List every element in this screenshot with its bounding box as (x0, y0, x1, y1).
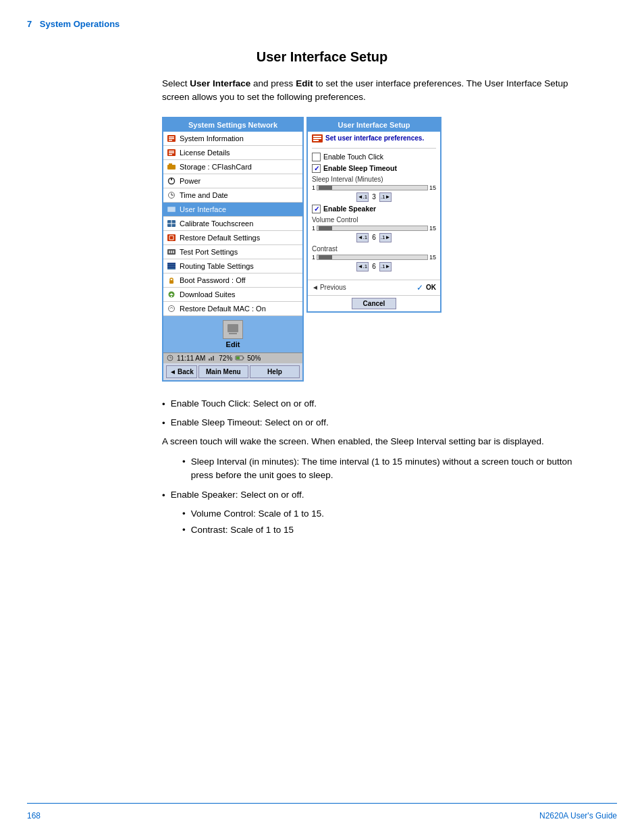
speaker-bullet-list: • Enable Speaker: Select on or off. (162, 488, 590, 503)
enable-sleep-row[interactable]: Enable Sleep Timeout (312, 164, 436, 173)
volume-value: 6 (370, 234, 378, 241)
contrast-slider-row: 1 15 (312, 254, 436, 261)
bullet-touch: • Enable Touch Click: Select on or off. (162, 396, 590, 412)
enable-speaker-row[interactable]: Enable Speaker (312, 205, 436, 213)
back-label: Back (178, 368, 194, 375)
edit-label[interactable]: Edit (226, 340, 240, 348)
con-dec-button[interactable]: ◄.1 (356, 262, 369, 271)
bullet-dot: • (182, 507, 186, 521)
back-button[interactable]: ◄ Back (166, 365, 197, 378)
cancel-label: Cancel (363, 300, 385, 307)
svg-rect-24 (173, 251, 174, 253)
svg-rect-39 (209, 359, 210, 361)
power-icon (166, 176, 177, 186)
left-panel-bottom: Edit (163, 316, 302, 353)
svg-rect-29 (169, 280, 173, 284)
bullet-speaker: • Enable Speaker: Select on or off. (162, 488, 590, 503)
menu-item-test-port[interactable]: Test Port Settings (163, 245, 302, 259)
menu-item-restore-mac[interactable]: Restore Default MAC : On (163, 302, 302, 316)
edit-icon-box[interactable] (223, 320, 243, 339)
menu-label: Restore Default Settings (180, 234, 260, 242)
help-button[interactable]: Help (250, 365, 300, 378)
touch-checkbox[interactable] (312, 153, 321, 161)
calibrate-icon (166, 219, 177, 228)
vol-dec-button[interactable]: ◄.1 (356, 233, 369, 242)
sleep-para: A screen touch will wake the screen. Whe… (162, 435, 590, 448)
contrast-slider-controls: ◄.1 6 .1► (312, 262, 436, 271)
svg-rect-6 (169, 152, 174, 153)
right-panel-body: Set user interface preferences. Enable T… (308, 132, 440, 277)
page-footer: 168 N2620A User's Guide (0, 811, 644, 820)
sleep-dec-button[interactable]: ◄.1 (356, 192, 369, 202)
sleep-label: Enable Sleep Timeout (323, 164, 397, 172)
main-bullet-list: • Enable Touch Click: Select on or off. … (162, 396, 590, 431)
desc-icon (312, 134, 323, 145)
menu-label: User Interface (180, 205, 226, 213)
menu-item-boot-password[interactable]: Boot Password : Off (163, 273, 302, 288)
vol-max: 15 (429, 225, 436, 232)
bullet-dot: • (162, 488, 165, 503)
battery-icon (235, 355, 244, 361)
clock-icon (166, 190, 177, 200)
menu-item-time[interactable]: Time and Date (163, 188, 302, 203)
cancel-row: Cancel (308, 295, 440, 311)
previous-button[interactable]: ◄ Previous (312, 284, 346, 291)
prev-label: Previous (320, 284, 346, 291)
menu-label: Storage : CFIashCard (180, 163, 252, 171)
main-menu-button[interactable]: Main Menu (198, 365, 248, 378)
sub-bullet-volume: • Volume Control: Scale of 1 to 15. (182, 507, 590, 521)
menu-item-system-information[interactable]: System Information (163, 132, 302, 146)
sub-bullet-sleep-interval: • Sleep Interval (in minutes): The time … (182, 455, 590, 483)
menu-item-license[interactable]: License Details (163, 146, 302, 160)
sleep-sub-list: • Sleep Interval (in minutes): The time … (182, 455, 590, 483)
bullet-dot: • (162, 416, 165, 431)
sleep-slider-controls: ◄.1 3 .1► (312, 192, 436, 202)
contrast-slider-track[interactable] (317, 255, 428, 260)
volume-slider-track[interactable] (317, 226, 428, 231)
contrast-label: Contrast (312, 245, 436, 253)
menu-item-power[interactable]: Power (163, 174, 302, 188)
svg-rect-44 (236, 357, 240, 359)
menu-item-user-interface[interactable]: User Interface (163, 203, 302, 217)
menu-item-download[interactable]: Download Suites (163, 288, 302, 302)
svg-rect-32 (171, 296, 172, 297)
status-time: 11:11 AM (177, 355, 205, 362)
vol-min: 1 (312, 225, 315, 232)
left-panel-header: System Settings Network (163, 118, 302, 132)
left-panel: System Settings Network System Informati… (162, 117, 304, 382)
desc-text: Set user interface preferences. (325, 134, 424, 142)
cancel-button[interactable]: Cancel (352, 298, 397, 309)
svg-rect-43 (243, 357, 244, 359)
menu-item-restore-default[interactable]: Restore Default Settings (163, 231, 302, 245)
svg-rect-40 (211, 357, 212, 361)
enable-touch-row[interactable]: Enable Touch Click (312, 153, 436, 161)
menu-label: License Details (180, 149, 230, 157)
con-inc-button[interactable]: .1► (379, 262, 392, 271)
intro-text: Select User Interface and press Edit to … (162, 77, 590, 105)
sleep-slider-track[interactable] (317, 185, 428, 190)
speaker-checkbox[interactable] (312, 205, 321, 213)
speaker-label: Enable Speaker (323, 205, 376, 213)
power-pct: 50% (247, 355, 261, 362)
menu-label: Download Suites (180, 290, 236, 298)
volume-slider-row: 1 15 (312, 225, 436, 232)
menu-item-calibrate[interactable]: Calibrate Touchscreen (163, 217, 302, 231)
menu-item-storage[interactable]: Storage : CFIashCard (163, 160, 302, 174)
menu-item-routing[interactable]: Routing Table Settings (163, 259, 302, 273)
ok-button[interactable]: ✓ OK (417, 283, 436, 292)
sleep-inc-button[interactable]: .1► (379, 192, 392, 202)
con-max: 15 (429, 254, 436, 261)
sleep-value: 3 (370, 193, 378, 201)
svg-rect-41 (213, 356, 214, 361)
chapter-number: 7 (27, 19, 32, 29)
back-arrow: ◄ (169, 368, 176, 375)
sleep-min: 1 (312, 184, 315, 191)
menu-label: Restore Default MAC : On (180, 305, 266, 313)
menu-label: Test Port Settings (180, 248, 238, 256)
bullet-touch-text: Enable Touch Click: Select on or off. (171, 396, 317, 412)
test-port-icon (166, 247, 177, 257)
footer-line (27, 803, 617, 804)
vol-inc-button[interactable]: .1► (379, 233, 392, 242)
sleep-interval-label: Sleep Interval (Minutes) (312, 176, 436, 183)
sleep-checkbox[interactable] (312, 164, 321, 173)
